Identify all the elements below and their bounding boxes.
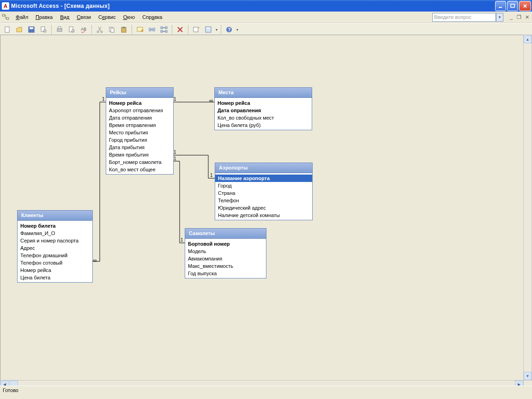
svg-text:AB: AB: [81, 27, 86, 31]
svg-rect-27: [161, 30, 163, 32]
field-item[interactable]: Аэропорт отправления: [106, 107, 173, 114]
svg-rect-22: [149, 28, 151, 31]
field-item[interactable]: Кол_во свободных мест: [215, 114, 312, 121]
mdi-minimize-button[interactable]: _: [508, 14, 514, 20]
field-item[interactable]: Борт_номер самолета: [106, 158, 173, 166]
show-table-button[interactable]: +: [134, 24, 145, 35]
print-button[interactable]: [54, 24, 65, 35]
maximize-button[interactable]: [507, 1, 518, 11]
table-flights[interactable]: Рейсы Номер рейсаАэропорт отправленияДат…: [106, 87, 174, 175]
mdi-restore-button[interactable]: ❐: [516, 14, 522, 20]
svg-point-14: [97, 31, 99, 33]
field-item[interactable]: Номер рейса: [106, 99, 173, 107]
cut-button[interactable]: [94, 24, 105, 35]
database-window-button[interactable]: [203, 24, 214, 35]
minimize-button[interactable]: [495, 1, 506, 11]
card-label: 1: [210, 173, 213, 178]
app-icon: A: [2, 2, 9, 10]
card-label: 1: [102, 97, 105, 102]
svg-rect-19: [122, 27, 125, 28]
field-item[interactable]: Дата прибытия: [106, 144, 173, 151]
field-item[interactable]: Авиакомпания: [185, 255, 266, 262]
field-item[interactable]: Номер билета: [18, 222, 92, 230]
field-item[interactable]: Время отправления: [106, 121, 173, 129]
field-item[interactable]: Юридический адрес: [215, 204, 312, 212]
relationships-canvas[interactable]: 1 ∞ 1 1 1 1 1 ∞ Рейсы Номер рейсаАэропор…: [0, 35, 524, 381]
field-item[interactable]: Дата оправления: [215, 107, 312, 114]
open-button[interactable]: [14, 24, 25, 35]
table-title[interactable]: Самолеты: [185, 229, 266, 239]
svg-text:+: +: [141, 28, 144, 33]
new-object-button[interactable]: [191, 24, 202, 35]
title-bar: A Microsoft Access - [Схема данных]: [0, 0, 532, 12]
field-item[interactable]: Номер рейса: [215, 99, 312, 107]
field-item[interactable]: Адрес: [18, 244, 92, 252]
spellcheck-button[interactable]: AB: [78, 24, 89, 35]
menu-edit[interactable]: Правка: [32, 13, 56, 21]
scroll-up-button[interactable]: ▲: [524, 35, 532, 43]
save-button[interactable]: [26, 24, 37, 35]
field-item[interactable]: Место прибытия: [106, 129, 173, 136]
field-item[interactable]: Цена билета (руб): [215, 121, 312, 129]
copy-button[interactable]: [106, 24, 117, 35]
status-bar: Готово: [0, 386, 532, 399]
show-all-relations-button[interactable]: [158, 24, 169, 35]
card-label: ∞: [209, 97, 213, 104]
field-item[interactable]: Бортовой номер: [185, 240, 266, 248]
vertical-scrollbar[interactable]: ▲ ▼: [523, 35, 532, 381]
ask-question-dropdown[interactable]: ▼: [496, 13, 503, 22]
svg-rect-17: [111, 28, 114, 32]
menu-help[interactable]: Справка: [139, 13, 166, 21]
new-button[interactable]: [2, 24, 13, 35]
menu-relations[interactable]: Связи: [73, 13, 95, 21]
table-title[interactable]: Аэропорты: [215, 163, 312, 173]
field-item[interactable]: Год выпуска: [185, 270, 266, 277]
field-item[interactable]: Фамилия_И_О: [18, 230, 92, 237]
field-item[interactable]: Телефон сотовый: [18, 259, 92, 266]
field-item[interactable]: Модель: [185, 248, 266, 255]
paste-button[interactable]: [118, 24, 129, 35]
card-label: 1: [174, 97, 176, 102]
menu-file[interactable]: Файл: [12, 13, 32, 21]
table-airports[interactable]: Аэропорты Название аэропортаГородСтранаТ…: [215, 163, 313, 220]
svg-rect-11: [69, 27, 73, 32]
field-item[interactable]: Телефон: [215, 197, 312, 204]
card-label: 1: [181, 237, 183, 242]
menu-window[interactable]: Окно: [120, 13, 139, 21]
scroll-down-button[interactable]: ▼: [524, 372, 532, 380]
table-clients[interactable]: Клиенты Номер билетаФамилия_И_ОСерия и н…: [17, 210, 93, 283]
field-item[interactable]: Цена билета: [18, 274, 92, 281]
field-item[interactable]: Кол_во мест общее: [106, 166, 173, 173]
field-item[interactable]: Страна: [215, 189, 312, 197]
menu-service[interactable]: Сервис: [95, 13, 120, 21]
field-item[interactable]: Название аэропорта: [215, 175, 312, 182]
field-item[interactable]: Телефон домашний: [18, 252, 92, 259]
mdi-close-button[interactable]: ✕: [524, 14, 530, 20]
ask-question-input[interactable]: Введите вопрос: [432, 13, 496, 22]
table-title[interactable]: Места: [215, 88, 312, 98]
field-item[interactable]: Наличие детской комнаты: [215, 212, 312, 219]
field-item[interactable]: Номер рейса: [18, 266, 92, 274]
file-search-button[interactable]: [38, 24, 49, 35]
help-dropdown-icon[interactable]: ▼: [236, 28, 239, 31]
close-button[interactable]: [519, 1, 531, 11]
help-button[interactable]: ?: [224, 24, 235, 35]
show-direct-relations-button[interactable]: [146, 24, 157, 35]
svg-text:?: ?: [228, 27, 231, 32]
table-title[interactable]: Клиенты: [18, 211, 92, 221]
svg-rect-26: [165, 27, 167, 29]
field-item[interactable]: Время прибытия: [106, 151, 173, 158]
table-seats[interactable]: Места Номер рейсаДата оправленияКол_во с…: [214, 87, 312, 130]
table-title[interactable]: Рейсы: [106, 88, 173, 98]
svg-rect-25: [161, 27, 163, 29]
print-preview-button[interactable]: [66, 24, 77, 35]
dropdown-arrow-icon[interactable]: ▼: [215, 28, 218, 31]
field-item[interactable]: Город: [215, 182, 312, 189]
field-item[interactable]: Город прибытия: [106, 136, 173, 144]
field-item[interactable]: Серия и номер паспорта: [18, 237, 92, 244]
menu-view[interactable]: Вид: [56, 13, 73, 21]
delete-button[interactable]: [175, 24, 186, 35]
table-planes[interactable]: Самолеты Бортовой номерМодельАвиакомпани…: [185, 228, 266, 278]
field-item[interactable]: Макс_вместимость: [185, 262, 266, 270]
field-item[interactable]: Дата отправления: [106, 114, 173, 121]
